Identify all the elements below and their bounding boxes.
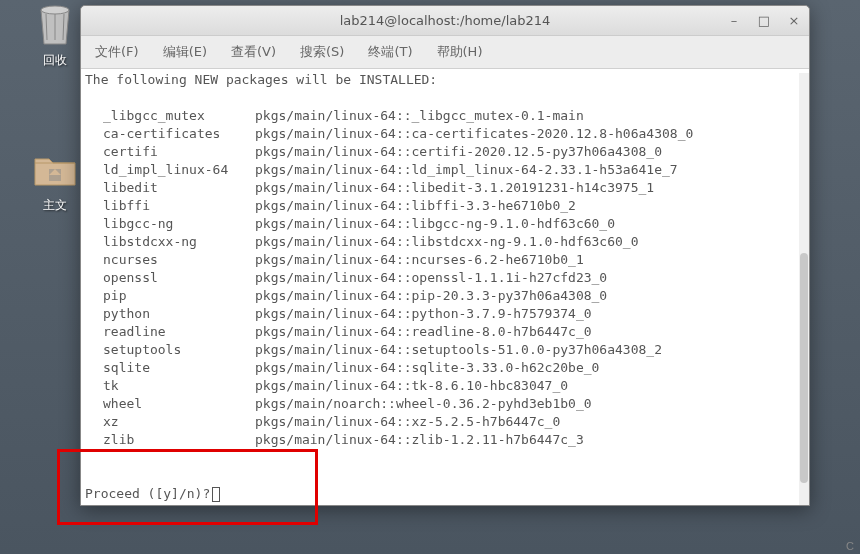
window-title: lab214@localhost:/home/lab214 (340, 13, 551, 28)
package-source: pkgs/main/linux-64::xz-5.2.5-h7b6447c_0 (255, 413, 805, 431)
package-name: ld_impl_linux-64 (85, 161, 255, 179)
package-name: _libgcc_mutex (85, 107, 255, 125)
package-row: wheelpkgs/main/noarch::wheel-0.36.2-pyhd… (85, 395, 805, 413)
package-name: sqlite (85, 359, 255, 377)
package-name: pip (85, 287, 255, 305)
trash-icon (31, 0, 79, 48)
package-source: pkgs/main/linux-64::setuptools-51.0.0-py… (255, 341, 805, 359)
package-source: pkgs/main/linux-64::libgcc-ng-9.1.0-hdf6… (255, 215, 805, 233)
package-row: ld_impl_linux-64pkgs/main/linux-64::ld_i… (85, 161, 805, 179)
menubar: 文件(F) 编辑(E) 查看(V) 搜索(S) 终端(T) 帮助(H) (81, 36, 809, 69)
package-name: readline (85, 323, 255, 341)
scrollbar-thumb[interactable] (800, 253, 808, 483)
package-row: pythonpkgs/main/linux-64::python-3.7.9-h… (85, 305, 805, 323)
package-name: openssl (85, 269, 255, 287)
terminal-content[interactable]: The following NEW packages will be INSTA… (81, 69, 809, 505)
package-row: readlinepkgs/main/linux-64::readline-8.0… (85, 323, 805, 341)
menu-terminal[interactable]: 终端(T) (362, 40, 418, 64)
package-name: zlib (85, 431, 255, 449)
package-name: certifi (85, 143, 255, 161)
menu-help[interactable]: 帮助(H) (431, 40, 489, 64)
package-source: pkgs/main/linux-64::ncurses-6.2-he6710b0… (255, 251, 805, 269)
package-row: sqlitepkgs/main/linux-64::sqlite-3.33.0-… (85, 359, 805, 377)
package-row: pippkgs/main/linux-64::pip-20.3.3-py37h0… (85, 287, 805, 305)
package-source: pkgs/main/linux-64::pip-20.3.3-py37h06a4… (255, 287, 805, 305)
menu-search[interactable]: 搜索(S) (294, 40, 350, 64)
package-source: pkgs/main/linux-64::libedit-3.1.20191231… (255, 179, 805, 197)
package-source: pkgs/main/linux-64::libstdcxx-ng-9.1.0-h… (255, 233, 805, 251)
package-name: python (85, 305, 255, 323)
package-row: tkpkgs/main/linux-64::tk-8.6.10-hbc83047… (85, 377, 805, 395)
prompt-text: Proceed ([y]/n)? (85, 485, 210, 503)
package-name: xz (85, 413, 255, 431)
package-row: libeditpkgs/main/linux-64::libedit-3.1.2… (85, 179, 805, 197)
prompt-line: Proceed ([y]/n)? (85, 485, 805, 503)
package-source: pkgs/main/noarch::wheel-0.36.2-pyhd3eb1b… (255, 395, 805, 413)
folder-icon (31, 145, 79, 193)
package-source: pkgs/main/linux-64::certifi-2020.12.5-py… (255, 143, 805, 161)
package-name: libgcc-ng (85, 215, 255, 233)
desktop-home-label: 主文 (43, 197, 67, 214)
cursor (212, 487, 220, 502)
package-row: ca-certificatespkgs/main/linux-64::ca-ce… (85, 125, 805, 143)
minimize-button[interactable]: – (724, 11, 744, 31)
package-row: xzpkgs/main/linux-64::xz-5.2.5-h7b6447c_… (85, 413, 805, 431)
package-name: ca-certificates (85, 125, 255, 143)
package-source: pkgs/main/linux-64::ld_impl_linux-64-2.3… (255, 161, 805, 179)
package-row: libgcc-ngpkgs/main/linux-64::libgcc-ng-9… (85, 215, 805, 233)
install-header: The following NEW packages will be INSTA… (85, 71, 805, 89)
package-source: pkgs/main/linux-64::ca-certificates-2020… (255, 125, 805, 143)
menu-file[interactable]: 文件(F) (89, 40, 145, 64)
terminal-window: lab214@localhost:/home/lab214 – □ × 文件(F… (80, 5, 810, 506)
titlebar[interactable]: lab214@localhost:/home/lab214 – □ × (81, 6, 809, 36)
package-source: pkgs/main/linux-64::readline-8.0-h7b6447… (255, 323, 805, 341)
package-row: opensslpkgs/main/linux-64::openssl-1.1.1… (85, 269, 805, 287)
package-source: pkgs/main/linux-64::zlib-1.2.11-h7b6447c… (255, 431, 805, 449)
package-name: libstdcxx-ng (85, 233, 255, 251)
maximize-button[interactable]: □ (754, 11, 774, 31)
scrollbar[interactable] (799, 73, 809, 505)
package-row: libstdcxx-ngpkgs/main/linux-64::libstdcx… (85, 233, 805, 251)
package-row: setuptoolspkgs/main/linux-64::setuptools… (85, 341, 805, 359)
window-controls: – □ × (724, 11, 804, 31)
desktop-trash-label: 回收 (43, 52, 67, 69)
package-row: libffipkgs/main/linux-64::libffi-3.3-he6… (85, 197, 805, 215)
package-name: wheel (85, 395, 255, 413)
package-list: _libgcc_mutexpkgs/main/linux-64::_libgcc… (85, 107, 805, 449)
package-row: ncursespkgs/main/linux-64::ncurses-6.2-h… (85, 251, 805, 269)
package-source: pkgs/main/linux-64::libffi-3.3-he6710b0_… (255, 197, 805, 215)
close-button[interactable]: × (784, 11, 804, 31)
package-name: ncurses (85, 251, 255, 269)
package-source: pkgs/main/linux-64::tk-8.6.10-hbc83047_0 (255, 377, 805, 395)
package-row: zlibpkgs/main/linux-64::zlib-1.2.11-h7b6… (85, 431, 805, 449)
package-source: pkgs/main/linux-64::_libgcc_mutex-0.1-ma… (255, 107, 805, 125)
package-source: pkgs/main/linux-64::openssl-1.1.1i-h27cf… (255, 269, 805, 287)
package-name: setuptools (85, 341, 255, 359)
menu-view[interactable]: 查看(V) (225, 40, 282, 64)
package-source: pkgs/main/linux-64::python-3.7.9-h757937… (255, 305, 805, 323)
menu-edit[interactable]: 编辑(E) (157, 40, 213, 64)
package-name: libedit (85, 179, 255, 197)
package-name: libffi (85, 197, 255, 215)
package-row: _libgcc_mutexpkgs/main/linux-64::_libgcc… (85, 107, 805, 125)
package-name: tk (85, 377, 255, 395)
package-source: pkgs/main/linux-64::sqlite-3.33.0-h62c20… (255, 359, 805, 377)
svg-point-0 (41, 6, 69, 14)
status-indicator: C (846, 540, 854, 552)
package-row: certifipkgs/main/linux-64::certifi-2020.… (85, 143, 805, 161)
